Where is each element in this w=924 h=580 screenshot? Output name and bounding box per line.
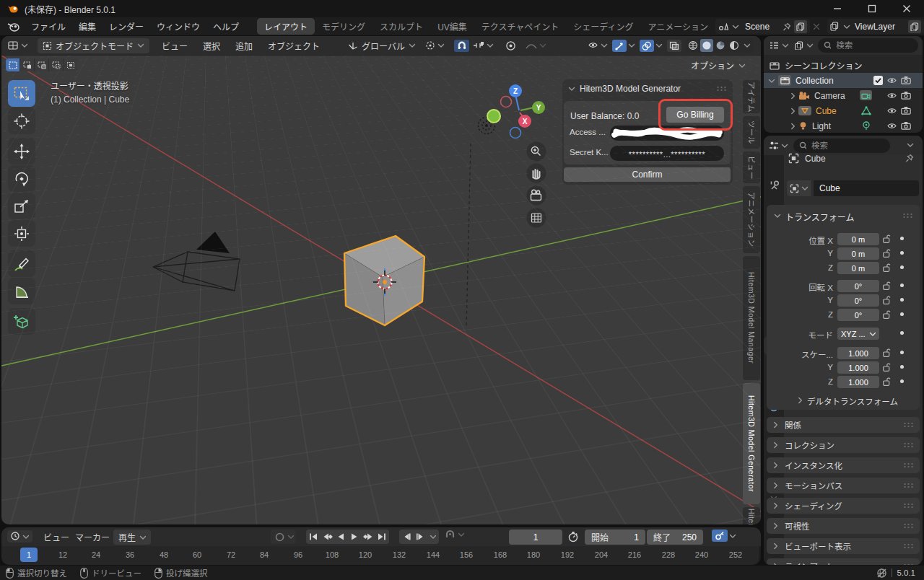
menu-help[interactable]: ヘルプ [206,18,245,35]
animate-dot[interactable] [900,331,904,335]
animate-dot[interactable] [900,237,904,240]
use-preview-range-icon[interactable] [567,531,579,542]
playback-menu[interactable]: 再生 [113,530,151,545]
panel-instancing[interactable]: インスタンス化 [767,457,920,473]
timeline-ruler[interactable]: 1 12 24 36 48 60 72 84 96 108 120 132 14… [1,546,759,565]
gizmos-dropdown[interactable] [628,43,635,48]
panel-grip[interactable] [716,86,727,92]
go-billing-button[interactable]: Go Billing [666,107,724,123]
workspace-tab-layout[interactable]: レイアウト [257,18,315,35]
menu-view[interactable]: ビュー [159,38,191,53]
workspace-tab-texpaint[interactable]: テクスチャペイント [474,18,567,35]
gizmos-toggle[interactable] [612,40,627,52]
jump-to-end-button[interactable] [375,530,388,543]
unlink-scene-icon[interactable] [813,23,820,30]
prev-frame-button[interactable] [400,530,413,543]
menu-add[interactable]: 追加 [232,38,256,53]
light-row[interactable]: Light [764,118,923,133]
render-visibility-icon[interactable] [901,76,912,85]
animate-dot[interactable] [900,284,904,287]
timeline-editor-type-button[interactable] [7,530,32,542]
hitem3d-panel-title[interactable]: Hitem3D Model Generator [580,84,681,94]
blender-menu-icon[interactable] [7,21,20,32]
menu-edit[interactable]: 編集 [72,18,103,35]
maximize-icon[interactable] [868,4,876,13]
lock-icon[interactable] [883,348,892,358]
outliner-search[interactable] [818,38,918,53]
sidebar-tab-hitem3d-manager[interactable]: Hitem3D Model Manager [743,256,760,380]
chevron-right-icon[interactable] [790,92,796,100]
select-mode-subtract[interactable] [35,58,48,71]
next-frame-button[interactable] [414,530,427,543]
scene-name[interactable]: Scene [742,22,780,32]
rot-x-field[interactable]: 0° [837,280,879,292]
animate-dot[interactable] [900,298,904,302]
loc-z-field[interactable]: 0 m [837,262,879,274]
transform-panel-title[interactable]: トランスフォーム [785,211,854,223]
camera-row[interactable]: Camera [764,88,923,103]
delta-transform-chevron[interactable] [797,397,803,404]
pin-icon[interactable] [905,154,915,163]
lock-icon[interactable] [883,234,892,244]
animate-dot[interactable] [900,351,904,354]
loc-x-field[interactable]: 0 m [837,233,879,245]
timeline-menu-view[interactable]: ビュー [39,528,74,546]
menu-render[interactable]: レンダー [103,18,150,35]
transform-orientation-dropdown[interactable]: グローバル [348,40,416,52]
sidebar-tab-hitem3d-clipped[interactable]: Hitem3 [743,507,760,524]
workspace-tab-animation[interactable]: アニメーション [641,18,716,35]
delta-transform-header[interactable]: デルタトランスフォーム [807,395,898,407]
collection-label[interactable]: Collection [796,76,834,86]
scene-icon[interactable] [718,22,729,31]
properties-options-dropdown[interactable] [902,142,919,149]
snap-magnet-toggle[interactable] [454,40,469,52]
panel-line-art[interactable]: ラインアート [767,558,920,565]
options-button[interactable]: オプション [684,58,752,72]
render-visibility-icon[interactable] [901,91,912,100]
cube-row[interactable]: Cube [764,103,923,118]
scale-z-field[interactable]: 1.000 [837,376,879,388]
overlays-dropdown[interactable] [655,43,663,48]
panel-viewport-display[interactable]: ビューポート表示 [767,538,920,554]
viewport-canvas[interactable]: Z Y X [1,56,761,524]
panel-collapse-icon[interactable] [774,213,781,219]
new-viewlayer-button[interactable] [908,20,921,33]
panel-motion-paths[interactable]: モーションパス [767,478,920,493]
xray-toggle[interactable] [667,40,681,52]
panel-visibility[interactable]: 可視性 [767,518,920,534]
menu-window[interactable]: ウィンドウ [150,18,206,35]
viewlayer-name[interactable]: ViewLayer [853,22,905,32]
tool-annotate[interactable] [8,250,35,277]
shading-rendered-button[interactable] [728,39,741,52]
workspace-tab-shading[interactable]: シェーディング [566,18,640,35]
next-keyframe-button[interactable] [362,530,375,543]
playhead-badge[interactable]: 1 [20,548,38,562]
shading-dropdown[interactable] [741,43,753,48]
scene-collection-row[interactable]: シーンコレクション [764,58,923,73]
prev-keyframe-button[interactable] [321,530,334,543]
visibility-dropdown[interactable] [588,41,608,50]
tool-scale[interactable] [8,193,35,219]
chevron-right-icon[interactable] [790,123,796,130]
snap-settings-dropdown[interactable] [471,40,496,51]
close-icon[interactable] [902,4,911,13]
panel-grip[interactable] [902,213,913,219]
play-button[interactable] [348,530,361,543]
timeline-menu-marker[interactable]: マーカー [71,528,114,546]
panel-shading[interactable]: シェーディング [767,498,920,514]
lock-icon[interactable] [883,296,892,305]
animate-dot[interactable] [900,365,904,369]
proportional-editing-toggle[interactable] [505,40,516,51]
lock-icon[interactable] [883,310,892,320]
object-name-field[interactable]: Cube [814,180,919,196]
loc-y-field[interactable]: 0 m [837,247,879,260]
render-visibility-icon[interactable] [901,106,912,115]
play-reverse-button[interactable] [334,530,347,543]
new-scene-button[interactable] [794,20,807,33]
autokey-dropdown[interactable] [458,532,464,537]
viewlayer-icon[interactable] [830,22,840,31]
animate-dot[interactable] [900,251,904,255]
chevron-down-icon[interactable] [732,24,739,30]
workspace-tab-sculpt[interactable]: スカルプト [372,18,430,35]
tool-rotate[interactable] [8,165,35,192]
